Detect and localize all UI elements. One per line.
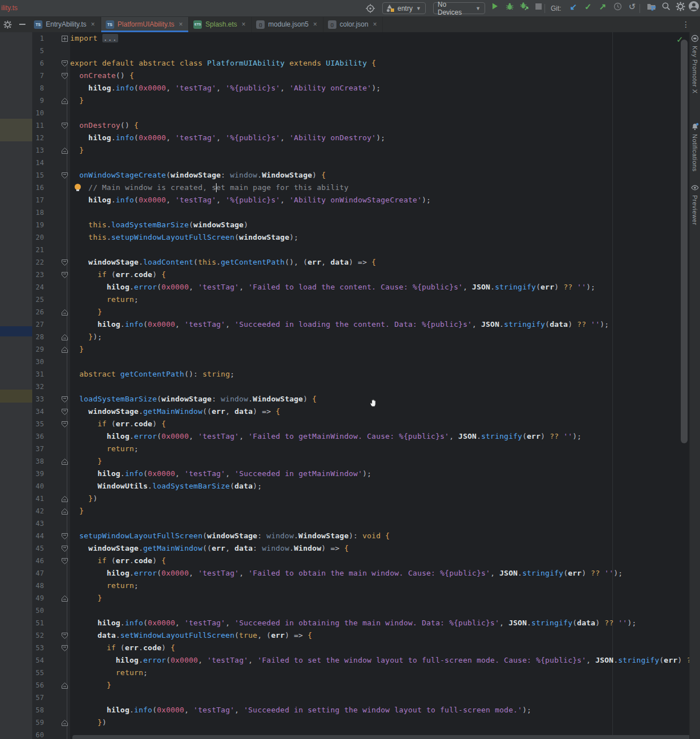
device-file-browser-icon[interactable] [645, 0, 658, 12]
fold-close-icon[interactable] [61, 309, 68, 316]
hide-panel-minus-icon[interactable] [15, 16, 29, 32]
tab-splash-ets[interactable]: ETSSplash.ets× [189, 16, 252, 32]
code-line-38[interactable]: 38 } [32, 455, 690, 468]
code-line-31[interactable]: 31 abstract getContentPath(): string; [32, 368, 690, 381]
fold-open-icon[interactable] [61, 558, 68, 565]
search-icon[interactable] [660, 0, 672, 12]
code-line-10[interactable]: 10 [32, 107, 690, 119]
code-line-14[interactable]: 14 [32, 157, 690, 169]
code-line-15[interactable]: 15 onWindowStageCreate(windowStage: wind… [32, 169, 690, 181]
fold-close-icon[interactable] [61, 334, 68, 341]
fold-open-icon[interactable] [61, 421, 68, 428]
device-selector[interactable]: No Devices ▼ [433, 0, 485, 16]
code-line-29[interactable]: 29 } [32, 343, 690, 356]
fold-close-icon[interactable] [61, 97, 68, 105]
fold-open-icon[interactable] [61, 408, 68, 416]
code-line-58[interactable]: 58 hilog.info(0x0000, 'testTag', 'Succee… [32, 704, 690, 716]
code-editor[interactable]: 1import ...56export default abstract cla… [0, 32, 700, 739]
code-line-9[interactable]: 9 } [32, 94, 690, 107]
fold-open-icon[interactable] [61, 72, 68, 80]
run-button[interactable] [489, 0, 501, 12]
code-line-44[interactable]: 44 setupWindowLayoutFullScreen(windowSta… [32, 530, 690, 542]
code-line-28[interactable]: 28 }); [32, 331, 690, 343]
fold-open-icon[interactable] [61, 271, 68, 279]
code-line-5[interactable]: 5 [32, 45, 690, 57]
code-line-1[interactable]: 1import ... [32, 32, 690, 45]
history-clock-icon[interactable] [611, 0, 624, 12]
code-line-13[interactable]: 13 } [32, 144, 690, 157]
code-line-42[interactable]: 42 } [32, 505, 690, 517]
stop-button[interactable] [532, 0, 545, 12]
code-line-8[interactable]: 8 hilog.info(0x0000, 'testTag', '%{publi… [32, 82, 690, 94]
code-line-7[interactable]: 7 onCreate() { [32, 70, 690, 82]
code-line-36[interactable]: 36 hilog.error(0x0000, 'testTag', 'Faile… [32, 430, 690, 443]
code-line-43[interactable]: 43 [32, 517, 690, 530]
close-icon[interactable]: × [91, 20, 95, 28]
code-line-18[interactable]: 18 [32, 206, 690, 219]
target-icon[interactable] [365, 0, 375, 16]
intention-bulb-icon[interactable] [74, 184, 81, 191]
code-line-19[interactable]: 19 this.loadSystemBarSize(windowStage) [32, 219, 690, 231]
code-line-25[interactable]: 25 return; [32, 293, 690, 306]
code-line-48[interactable]: 48 return; [32, 580, 690, 592]
code-line-37[interactable]: 37 return; [32, 443, 690, 455]
code-line-6[interactable]: 6export default abstract class PlatformU… [32, 57, 690, 70]
tab-platformuiability-ts[interactable]: TSPlatformUIAbility.ts× [101, 16, 189, 32]
code-line-41[interactable]: 41 }) [32, 492, 690, 505]
rollback-button[interactable]: ↺ [626, 0, 638, 12]
code-line-33[interactable]: 33 loadSystemBarSize(windowStage: window… [32, 393, 690, 405]
code-line-49[interactable]: 49 } [32, 592, 690, 604]
code-line-32[interactable]: 32 [32, 381, 690, 393]
fold-open-icon[interactable] [61, 259, 68, 266]
fold-open-icon[interactable] [61, 632, 68, 639]
code-line-53[interactable]: 53 if (err.code) { [32, 642, 690, 654]
code-line-56[interactable]: 56 } [32, 679, 690, 692]
more-tabs-icon[interactable]: ⋮ [682, 16, 690, 32]
tab-color-json[interactable]: {}color.json× [323, 16, 383, 32]
code-line-47[interactable]: 47 hilog.error(0x0000, 'testTag', 'Faile… [32, 567, 690, 580]
code-line-39[interactable]: 39 hilog.info(0x0000, 'testTag', 'Succee… [32, 468, 690, 480]
fold-close-icon[interactable] [61, 719, 68, 727]
close-icon[interactable]: × [373, 20, 377, 28]
code-line-22[interactable]: 22 windowStage.loadContent(this.getConte… [32, 256, 690, 269]
code-line-24[interactable]: 24 hilog.error(0x0000, 'testTag', 'Faile… [32, 281, 690, 293]
fold-close-icon[interactable] [61, 595, 68, 602]
code-line-12[interactable]: 12 hilog.info(0x0000, 'testTag', '%{publ… [32, 132, 690, 144]
code-line-59[interactable]: 59 }) [32, 716, 690, 729]
fold-open-icon[interactable] [61, 396, 68, 403]
fold-close-icon[interactable] [61, 346, 68, 353]
code-line-55[interactable]: 55 return; [32, 667, 690, 679]
fold-open-icon[interactable] [61, 172, 68, 179]
code-line-20[interactable]: 20 this.setupWindowLayoutFullScreen(wind… [32, 231, 690, 244]
code-line-40[interactable]: 40 WindowUtils.loadSystemBarSize(data); [32, 480, 690, 492]
code-line-45[interactable]: 45 windowStage.getMainWindow((err, data:… [32, 542, 690, 555]
close-icon[interactable]: × [179, 20, 183, 28]
code-line-21[interactable]: 21 [32, 244, 690, 256]
git-push-button[interactable]: ↗ [597, 0, 609, 12]
close-icon[interactable]: × [313, 20, 317, 28]
fold-open-icon[interactable] [61, 645, 68, 652]
code-line-23[interactable]: 23 if (err.code) { [32, 269, 690, 281]
code-line-11[interactable]: 11 onDestroy() { [32, 119, 690, 132]
code-line-46[interactable]: 46 if (err.code) { [32, 555, 690, 567]
debug-button[interactable] [503, 0, 516, 12]
close-icon[interactable]: × [241, 20, 245, 28]
code-line-51[interactable]: 51 hilog.info(0x0000, 'testTag', 'Succee… [32, 617, 690, 629]
fold-close-icon[interactable] [61, 682, 68, 689]
editor-gear-icon[interactable] [0, 16, 15, 32]
tool-window-button-previewer[interactable]: Previewer [690, 184, 700, 225]
fold-open-icon[interactable] [61, 122, 68, 129]
code-line-34[interactable]: 34 windowStage.getMainWindow((err, data)… [32, 405, 690, 418]
user-avatar[interactable] [688, 0, 700, 12]
code-line-50[interactable]: 50 [32, 604, 690, 617]
code-line-16[interactable]: 16 // Main window is created, set main p… [32, 181, 690, 194]
code-line-57[interactable]: 57 [32, 692, 690, 704]
git-update-button[interactable]: ↙ [567, 0, 580, 12]
fold-open-icon[interactable] [61, 60, 68, 67]
code-line-27[interactable]: 27 hilog.info(0x0000, 'testTag', 'Succee… [32, 318, 690, 331]
run-config-selector[interactable]: entry ▼ [382, 0, 426, 16]
tool-window-button-notifications[interactable]: Notifications [690, 123, 700, 171]
vertical-scrollbar[interactable] [681, 40, 688, 443]
fold-open-icon[interactable] [61, 533, 68, 540]
fold-close-icon[interactable] [61, 458, 68, 465]
